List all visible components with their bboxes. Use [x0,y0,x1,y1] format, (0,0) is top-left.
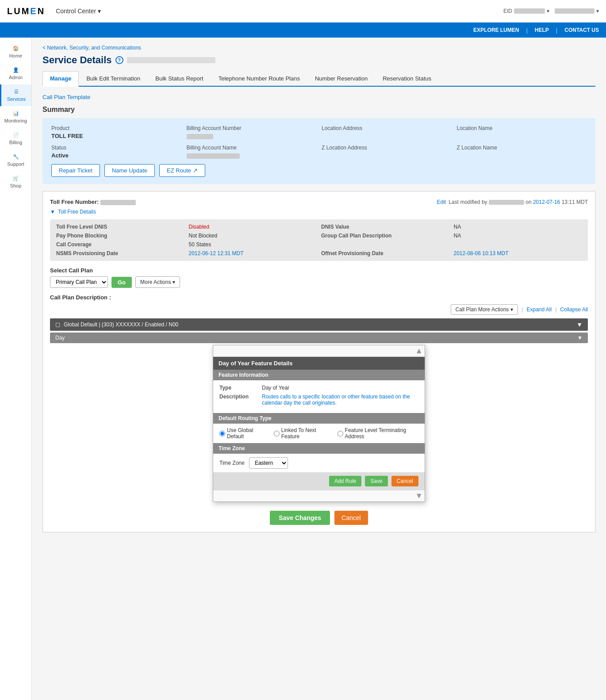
cancel-button[interactable]: Cancel [334,511,368,525]
sub-tab-call-plan-template[interactable]: Call Plan Template [42,94,90,100]
help-icon[interactable]: ? [115,56,123,64]
billing-icon: 📄 [13,132,19,138]
add-rule-button[interactable]: Add Rule [329,476,361,486]
call-plan-dropdown[interactable]: Primary Call Plan [50,276,108,288]
edit-link[interactable]: Edit [437,199,446,205]
feature-info-bar: Feature Information [213,370,425,380]
contact-us-link[interactable]: CONTACT US [564,27,599,33]
summary-title: Summary [42,106,595,114]
offset-label: Offnet Provisioning Date [321,250,449,256]
modal-overlay: ▲ Day of Year Feature Details Feature In… [50,345,588,502]
sub-tabs: Call Plan Template [42,94,595,100]
toll-free-header: Toll Free Number: Edit Last modified by … [50,199,588,205]
account-block[interactable]: ▾ [555,8,599,14]
expand-all-link[interactable]: Expand All [526,306,552,313]
global-expand-icon: ▼ [576,321,583,328]
modal-footer: Add Rule Save Cancel [213,472,425,490]
default-routing-section: Default Routing Type Use Global Default … [213,413,425,443]
toll-free-label: Toll Free Number: [50,199,99,205]
tab-bulk-edit[interactable]: Bulk Edit Termination [79,71,148,86]
time-zone-bar: Time Zone [213,443,425,454]
account-chevron: ▾ [596,8,599,14]
time-zone-label: Time Zone [219,460,245,466]
scroll-up-indicator: ▲ [415,346,423,356]
offset-value: 2012-08-06 10:13 MDT [454,250,582,256]
sidebar-item-services[interactable]: ☰ Services [0,84,31,106]
ez-route-button[interactable]: EZ Route ↗ [159,164,205,177]
help-link[interactable]: HELP [535,27,549,33]
group-cp-value: NA [454,233,582,239]
tab-num-reservation[interactable]: Number Reservation [307,71,375,86]
triangle-icon: ▼ [50,209,55,215]
group-cp-label: Group Call Plan Description [321,233,449,239]
explore-lumen-link[interactable]: EXPLORE LUMEN [473,27,519,33]
eid-block[interactable]: EID ▾ [503,8,549,14]
dnis-val: NA [454,224,582,230]
summary-section: Summary Product TOLL FREE Billing Accoun… [42,106,595,184]
summary-billing-account-number: Billing Account Number [187,125,317,139]
routing-radio-row: Use Global Default Linked To Next Featur… [213,424,425,443]
dnis-val-label: DNIS Value [321,224,449,230]
summary-location-address: Location Address [322,125,452,139]
repair-ticket-button[interactable]: Repair Ticket [51,164,100,177]
logo: LUMEN [7,6,45,16]
use-global-radio[interactable]: Use Global Default [219,427,267,440]
toll-free-details-toggle[interactable]: ▼ Toll Free Details [50,209,588,215]
name-update-button[interactable]: Name Update [104,164,155,177]
global-default-bar[interactable]: ▢ Global Default | (303) XXXXXXX / Enabl… [50,318,588,331]
support-icon: 🔧 [13,154,19,160]
feature-info-section: Feature Information Type Day of Year Des… [213,370,425,413]
cp-actions-dropdown[interactable]: Call Plan More Actions ▾ [451,304,518,315]
top-nav: LUMEN Control Center ▾ EID ▾ ▾ [0,0,606,23]
sidebar-item-admin[interactable]: 👤 Admin [0,63,31,84]
top-right: EID ▾ ▾ [503,8,599,14]
breadcrumb[interactable]: Network, Security, and Communications [42,45,595,51]
sidebar-item-monitoring[interactable]: 📊 Monitoring [0,106,31,128]
call-plan-description-section: Call Plan Description : Call Plan More A… [50,294,588,502]
select-call-plan-section: Select Call Plan Primary Call Plan Go Mo… [50,267,588,288]
time-zone-section: Time Zone Time Zone Eastern Central Moun… [213,443,425,472]
save-changes-button[interactable]: Save Changes [270,511,330,525]
sidebar-item-billing[interactable]: 📄 Billing [0,128,31,149]
tab-bulk-status[interactable]: Bulk Status Report [148,71,211,86]
modal-save-button[interactable]: Save [365,476,387,486]
go-button[interactable]: Go [111,277,132,288]
modal-title-bar: Day of Year Feature Details [213,357,425,370]
linked-radio[interactable]: Linked To Next Feature [274,427,330,440]
toll-free-details-box: Toll Free Level DNIS Disabled DNIS Value… [50,219,588,261]
main-panel: Toll Free Number: Edit Last modified by … [42,191,595,532]
eid-chevron: ▾ [547,8,549,14]
more-actions-dropdown[interactable]: More Actions ▾ [135,276,180,288]
tab-manage[interactable]: Manage [42,71,79,87]
select-cp-label: Select Call Plan [50,267,588,274]
time-zone-dropdown[interactable]: Eastern Central Mountain Pacific Alaska … [249,457,288,469]
eid-value [514,8,545,14]
page-title: Service Details [42,54,112,66]
summary-z-location-name: Z Location Name [457,145,587,159]
pay-phone-value: Not Blocked [189,233,317,239]
summary-billing-account-name: Billing Account Name [187,145,317,159]
feature-level-radio[interactable]: Feature Level Terminating Address [338,427,418,440]
services-icon: ☰ [14,89,19,95]
last-modified-date: 2012-07-16 [533,199,560,205]
day-chevron: ▼ [577,335,583,341]
summary-status: Status Active [51,145,181,159]
last-modified-text: Last modified by on 2012-07-16 13:11 MDT [449,199,588,205]
tab-reservation-status[interactable]: Reservation Status [375,71,439,86]
collapse-all-link[interactable]: Collapse All [560,306,588,313]
day-bar-wrapper: Day ▼ ▲ Day of Year Feature Details [50,333,588,502]
global-collapse-icon: ▢ [55,321,60,328]
toll-free-number [100,200,136,205]
day-bar[interactable]: Day ▼ [50,333,588,343]
sidebar-item-shop[interactable]: 🛒 Shop [0,171,31,193]
bottom-actions: Save Changes Cancel [50,511,588,525]
modal-cancel-button[interactable]: Cancel [391,476,418,486]
call-coverage-value: 50 States [189,241,317,248]
summary-z-location-address: Z Location Address [322,145,452,159]
nav-center[interactable]: Control Center ▾ [56,8,101,15]
sidebar-item-support[interactable]: 🔧 Support [0,149,31,171]
tabs: Manage Bulk Edit Termination Bulk Status… [42,71,595,87]
feature-description: Description Routes calls to a specific l… [219,394,418,406]
sidebar-item-home[interactable]: 🏠 Home [0,41,31,63]
tab-tn-route[interactable]: Telephone Number Route Plans [211,71,307,86]
